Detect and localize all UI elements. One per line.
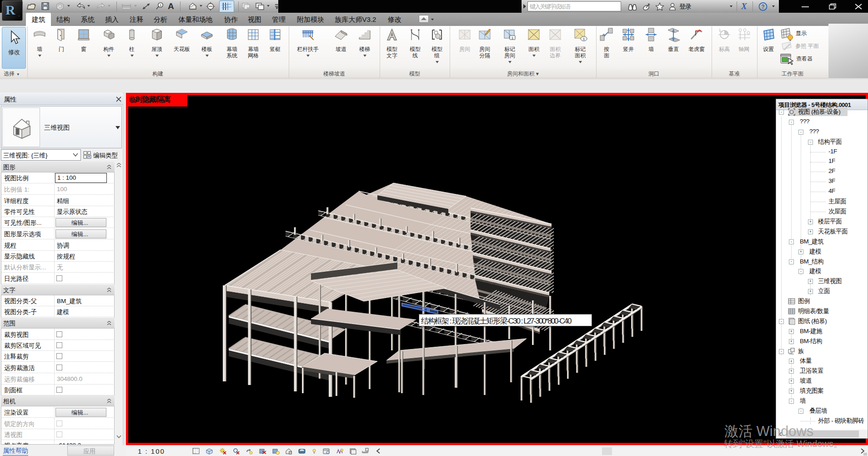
svg-text:1: 1 [719,28,721,31]
svg-text:1: 1 [583,37,585,41]
svg-text:1: 1 [512,36,514,40]
svg-text:?: ? [761,4,764,10]
svg-text:1: 1 [160,3,162,7]
